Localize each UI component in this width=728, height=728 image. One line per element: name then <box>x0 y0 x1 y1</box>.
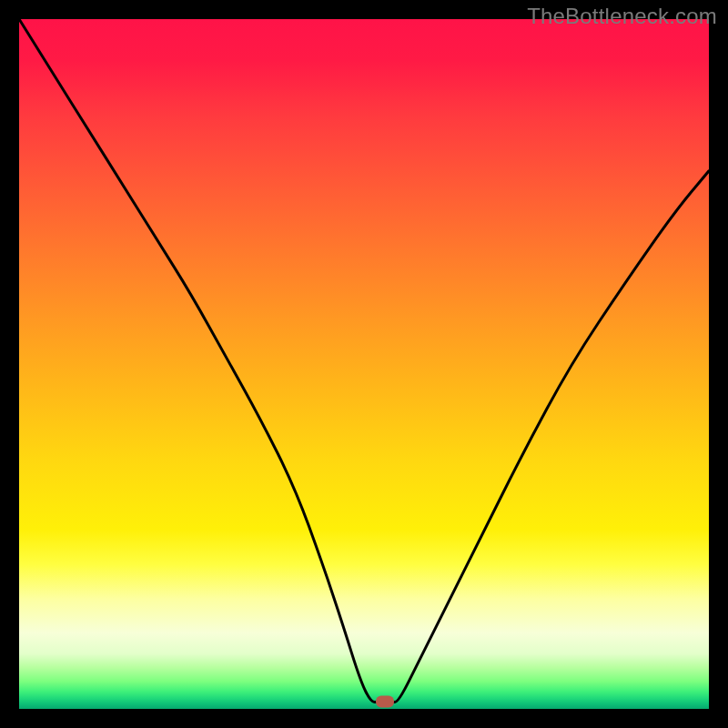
chart-frame: TheBottleneck.com <box>0 0 728 728</box>
curve-svg <box>19 19 709 709</box>
plot-area <box>19 19 709 709</box>
optimum-marker <box>376 696 394 708</box>
watermark-label: TheBottleneck.com <box>527 4 717 29</box>
bottleneck-curve <box>19 19 709 702</box>
